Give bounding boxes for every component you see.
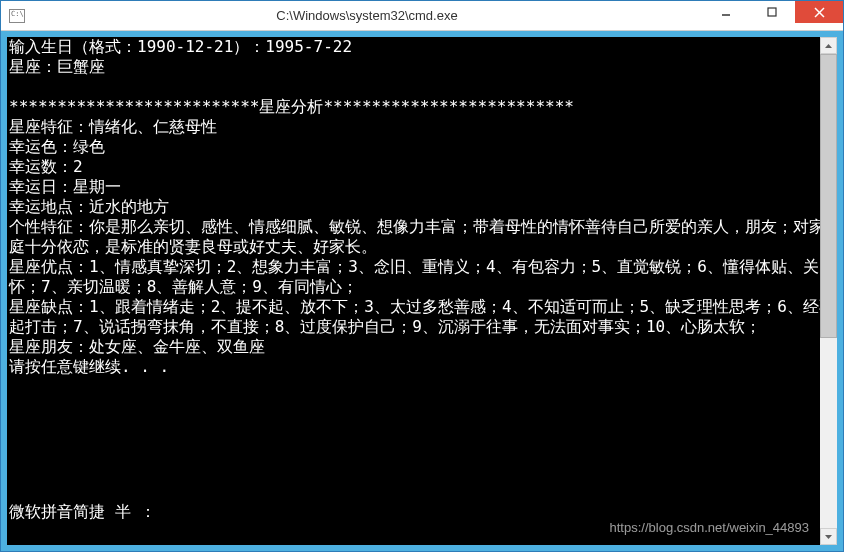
console-line: 幸运数：2 — [9, 157, 835, 177]
console-line: 星座缺点：1、跟着情绪走；2、提不起、放不下；3、太过多愁善感；4、不知适可而止… — [9, 297, 835, 337]
console-line: **************************星座分析**********… — [9, 97, 835, 117]
maximize-icon — [767, 7, 777, 17]
scroll-up-button[interactable] — [820, 37, 837, 54]
client-area: 输入生日（格式：1990-12-21）：1995-7-22星座：巨蟹座*****… — [1, 31, 843, 551]
console-output: 输入生日（格式：1990-12-21）：1995-7-22星座：巨蟹座*****… — [7, 37, 837, 545]
console-line: 输入生日（格式：1990-12-21）：1995-7-22 — [9, 37, 835, 57]
close-button[interactable] — [795, 1, 843, 23]
console-line: 星座优点：1、情感真挚深切；2、想象力丰富；3、念旧、重情义；4、有包容力；5、… — [9, 257, 835, 297]
console-line: 幸运地点：近水的地方 — [9, 197, 835, 217]
scrollbar-track[interactable] — [820, 54, 837, 528]
cmd-app-icon: C:\ — [9, 9, 25, 23]
console-line: 星座：巨蟹座 — [9, 57, 835, 77]
window-title: C:\Windows\system32\cmd.exe — [31, 8, 703, 23]
close-icon — [814, 7, 825, 18]
watermark-text: https://blog.csdn.net/weixin_44893 — [610, 520, 809, 535]
console-line: 星座朋友：处女座、金牛座、双鱼座 — [9, 337, 835, 357]
ime-status-bar: 微软拼音简捷 半 ： — [9, 502, 156, 523]
console-line: 个性特征：你是那么亲切、感性、情感细腻、敏锐、想像力丰富；带着母性的情怀善待自己… — [9, 217, 835, 257]
minimize-button[interactable] — [703, 1, 749, 23]
console-line: 幸运色：绿色 — [9, 137, 835, 157]
console-line: 幸运日：星期一 — [9, 177, 835, 197]
svg-marker-5 — [825, 535, 832, 539]
chevron-up-icon — [825, 44, 832, 48]
scroll-down-button[interactable] — [820, 528, 837, 545]
maximize-button[interactable] — [749, 1, 795, 23]
console-line — [9, 77, 835, 97]
window-buttons — [703, 1, 843, 30]
console-line: 请按任意键继续. . . — [9, 357, 835, 377]
minimize-icon — [721, 7, 731, 17]
cmd-window: C:\ C:\Windows\system32\cmd.exe 输入生日（格式：… — [0, 0, 844, 552]
vertical-scrollbar[interactable] — [820, 37, 837, 545]
svg-rect-1 — [768, 8, 776, 16]
scrollbar-thumb[interactable] — [820, 54, 837, 338]
svg-marker-4 — [825, 44, 832, 48]
console-line: 星座特征：情绪化、仁慈母性 — [9, 117, 835, 137]
titlebar[interactable]: C:\ C:\Windows\system32\cmd.exe — [1, 1, 843, 31]
chevron-down-icon — [825, 535, 832, 539]
